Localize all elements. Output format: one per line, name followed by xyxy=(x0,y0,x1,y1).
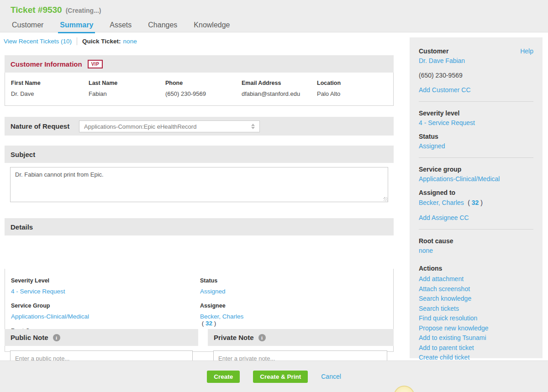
sidebar-severity-link[interactable]: 4 - Service Request xyxy=(419,119,533,126)
sidebar-status-label: Status xyxy=(419,133,533,140)
phone-value: (650) 230-9569 xyxy=(165,90,206,97)
sidebar-customer-phone: (650) 230-9569 xyxy=(419,72,533,79)
sidebar-severity-label: Severity level xyxy=(419,110,533,117)
email-label: Email Address xyxy=(242,80,281,86)
action-search-knowledge[interactable]: Search knowledge xyxy=(419,294,533,304)
details-severity: Severity Level 4 - Service Request xyxy=(11,276,65,295)
cancel-link[interactable]: Cancel xyxy=(321,373,341,380)
footer-action-bar: Create Create & Print Cancel xyxy=(0,361,548,392)
assignee-line: Becker, Charles ( 32 ) xyxy=(200,313,243,327)
help-link[interactable]: Help xyxy=(520,47,533,55)
textarea-resize-handle[interactable] xyxy=(384,197,388,201)
view-recent-tickets-link[interactable]: View Recent Tickets (10) xyxy=(4,38,72,45)
location-label: Location xyxy=(317,80,341,86)
sidebar-divider xyxy=(419,157,533,158)
tab-bar: Customer Summary Assets Changes Knowledg… xyxy=(4,18,238,33)
sidebar-divider xyxy=(419,229,533,230)
private-note-info-icon[interactable]: i xyxy=(258,334,266,341)
tab-summary[interactable]: Summary xyxy=(52,18,101,33)
customer-information-title: Customer Information xyxy=(11,60,82,68)
tab-customer[interactable]: Customer xyxy=(4,18,52,33)
sidebar-service-group-link[interactable]: Applications-Clinical/Medical xyxy=(419,175,533,183)
severity-level-link[interactable]: 4 - Service Request xyxy=(11,288,65,295)
last-name-value: Fabian xyxy=(89,90,117,97)
public-note-info-icon[interactable]: i xyxy=(53,334,60,341)
service-group-label: Service Group xyxy=(11,303,50,309)
public-note-header: Public Note i xyxy=(5,329,198,346)
subject-title: Subject xyxy=(11,151,35,158)
email-value: dfabian@stanford.edu xyxy=(242,90,300,97)
details-service-group: Service Group Applications-Clinical/Medi… xyxy=(11,301,89,320)
field-phone: Phone (650) 230-9569 xyxy=(165,78,206,97)
details-assignee: Assignee Becker, Charles ( 32 ) xyxy=(200,301,243,327)
details-header: Details xyxy=(5,218,394,235)
private-note-title: Private Note xyxy=(214,334,254,341)
first-name-value: Dr. Dave xyxy=(11,90,41,97)
quick-ticket-none-link[interactable]: none xyxy=(123,38,137,45)
sidebar-service-group-label: Service group xyxy=(419,166,533,173)
page-title: Ticket #9530(Creating...) xyxy=(11,5,101,15)
add-assignee-cc-link[interactable]: Add Assignee CC xyxy=(419,214,533,221)
sidebar-status-link[interactable]: Assigned xyxy=(419,142,533,150)
customer-information-header: Customer Information VIP xyxy=(5,55,394,73)
nature-of-request-bar: Nature of Request Applications-Common:Ep… xyxy=(5,117,394,136)
field-email: Email Address dfabian@stanford.edu xyxy=(242,78,300,97)
sidebar-assignee-link[interactable]: Becker, Charles xyxy=(419,199,464,206)
add-customer-cc-link[interactable]: Add Customer CC xyxy=(419,86,533,94)
assignee-count[interactable]: ( 32 ) xyxy=(200,320,216,327)
action-search-tickets[interactable]: Search tickets xyxy=(419,304,533,314)
sidebar-root-cause-link[interactable]: none xyxy=(419,247,533,254)
action-attach-screenshot[interactable]: Attach screenshot xyxy=(419,284,533,294)
location-value: Palo Alto xyxy=(317,90,341,97)
severity-level-label: Severity Level xyxy=(11,277,49,284)
status-link[interactable]: Assigned xyxy=(200,288,226,295)
ticket-summary-sidebar: Customer Help Dr. Dave Fabian (650) 230-… xyxy=(410,37,543,358)
action-find-quick-resolution[interactable]: Find quick resolution xyxy=(419,314,533,324)
first-name-label: First Name xyxy=(11,80,41,86)
sidebar-customer-name-link[interactable]: Dr. Dave Fabian xyxy=(419,57,533,64)
sidebar-divider xyxy=(419,101,533,102)
subject-textarea[interactable]: Dr. Fabian cannot print from Epic. xyxy=(10,167,388,202)
vip-badge: VIP xyxy=(88,60,103,68)
sidebar-actions-label: Actions xyxy=(419,265,533,272)
action-add-attachment[interactable]: Add attachment xyxy=(419,274,533,284)
assignee-link[interactable]: Becker, Charles xyxy=(200,313,243,320)
details-title: Details xyxy=(11,223,33,231)
details-status: Status Assigned xyxy=(200,276,226,295)
tab-knowledge[interactable]: Knowledge xyxy=(185,18,238,33)
phone-label: Phone xyxy=(165,80,183,86)
assignee-label: Assignee xyxy=(200,303,226,309)
private-note-header: Private Note i xyxy=(208,329,394,346)
nature-of-request-label: Nature of Request xyxy=(11,122,69,130)
select-spinner-icon xyxy=(251,124,255,129)
last-name-label: Last Name xyxy=(89,80,117,86)
ticket-number: Ticket #9530 xyxy=(11,5,62,15)
field-last-name: Last Name Fabian xyxy=(89,78,117,97)
nature-of-request-select[interactable]: Applications-Common:Epic eHealthRecord xyxy=(79,120,260,132)
field-first-name: First Name Dr. Dave xyxy=(11,78,41,97)
field-location: Location Palo Alto xyxy=(317,78,341,97)
sidebar-actions-list: Add attachment Attach screenshot Search … xyxy=(419,274,533,363)
sidebar-customer-label: Customer xyxy=(419,47,448,55)
sidebar-assigned-line: Becker, Charles ( 32 ) xyxy=(419,199,533,207)
status-label: Status xyxy=(200,277,217,284)
tab-assets[interactable]: Assets xyxy=(101,18,140,33)
customer-information-panel: First Name Dr. Dave Last Name Fabian Pho… xyxy=(5,73,394,106)
ticket-status-creating: (Creating...) xyxy=(66,7,101,14)
action-add-to-parent-ticket[interactable]: Add to parent ticket xyxy=(419,343,533,353)
service-group-link[interactable]: Applications-Clinical/Medical xyxy=(11,313,89,320)
action-propose-new-knowledge[interactable]: Propose new knowledge xyxy=(419,324,533,334)
create-button[interactable]: Create xyxy=(207,371,240,383)
create-and-print-button[interactable]: Create & Print xyxy=(253,371,308,383)
action-add-to-existing-tsunami[interactable]: Add to existing Tsunami xyxy=(419,333,533,343)
sidebar-assignee-count[interactable]: ( 32 ) xyxy=(466,199,483,206)
nature-of-request-value: Applications-Common:Epic eHealthRecord xyxy=(84,123,251,130)
subject-header: Subject xyxy=(5,146,394,163)
public-note-title: Public Note xyxy=(11,334,48,341)
top-bar: Ticket #9530(Creating...) Customer Summa… xyxy=(0,0,548,32)
quick-bar: View Recent Tickets (10) Quick Ticket: n… xyxy=(4,37,137,45)
vertical-divider xyxy=(77,37,77,45)
sidebar-assigned-to-label: Assigned to xyxy=(419,189,533,196)
tab-changes[interactable]: Changes xyxy=(140,18,185,33)
sidebar-root-cause-label: Root cause xyxy=(419,237,533,245)
